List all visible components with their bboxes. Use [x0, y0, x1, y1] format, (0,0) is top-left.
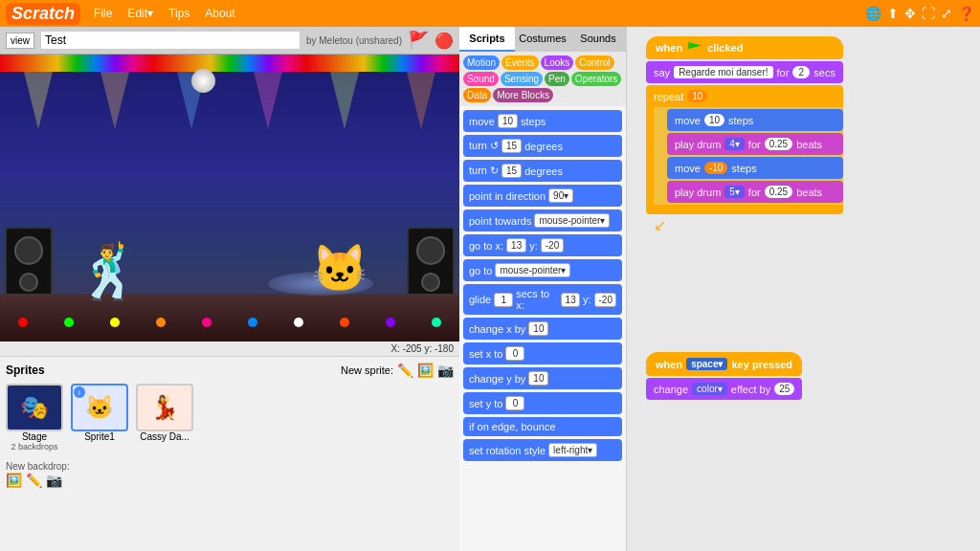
block-move-neg10[interactable]: move -10 steps: [667, 157, 843, 179]
cassy-name: Cassy Da...: [140, 431, 189, 442]
block-goto-y[interactable]: -20: [541, 238, 564, 253]
block-set-y-input[interactable]: 0: [505, 396, 524, 410]
cat-sensing-btn[interactable]: Sensing: [501, 72, 543, 86]
script-2: when space▾ key pressed change color▾ ef…: [646, 352, 802, 400]
cat-more-btn[interactable]: More Blocks: [493, 88, 553, 102]
cat-motion-btn[interactable]: Motion: [463, 55, 500, 70]
block-play-drum-5[interactable]: play drum 5▾ for 0.25 beats: [667, 181, 843, 203]
fullscreen-icon[interactable]: ⛶: [922, 6, 935, 21]
block-goto-x[interactable]: 13: [506, 238, 526, 253]
nav-about[interactable]: About: [199, 5, 240, 22]
nav-tips[interactable]: Tips: [163, 5, 195, 22]
block-set-y[interactable]: set y to 0: [463, 392, 622, 414]
block-change-x-input[interactable]: 10: [528, 321, 548, 336]
block-change-x[interactable]: change x by 10: [463, 318, 622, 340]
block-say[interactable]: say Regarde moi danser! for 2 secs: [646, 61, 843, 83]
sprite1-thumbnail[interactable]: i 🐱: [71, 384, 128, 431]
dancer-sprite: 🕺: [77, 241, 143, 303]
block-move-input[interactable]: 10: [498, 114, 518, 128]
block-categories: Motion Events Looks Control Sound Sensin…: [459, 52, 626, 106]
color-effect-dropdown[interactable]: color▾: [692, 383, 727, 395]
block-change-color[interactable]: change color▾ effect by 25: [646, 378, 802, 400]
resize-icon[interactable]: ⤢: [941, 6, 952, 21]
block-glide-secs[interactable]: 1: [494, 293, 513, 307]
block-turn-right-input[interactable]: 15: [501, 164, 522, 178]
stage-header: view by Meletou (unshared) 🚩 🔴: [0, 27, 459, 55]
cat-looks-btn[interactable]: Looks: [541, 55, 574, 70]
help-icon[interactable]: ❓: [958, 6, 974, 21]
project-name-input[interactable]: [40, 31, 301, 50]
scripts-area: when clicked say Regarde moi danser! for…: [627, 27, 980, 551]
repeat-hat[interactable]: repeat 10: [646, 85, 843, 107]
block-go-to-xy[interactable]: go to x: 13 y: -20: [463, 234, 622, 256]
stage-canvas: 🕺 🐱: [0, 55, 459, 342]
tab-costumes[interactable]: Costumes: [515, 27, 570, 52]
block-turn-right[interactable]: turn ↻ 15 degrees: [463, 160, 622, 182]
block-point-towards[interactable]: point towards mouse-pointer▾: [463, 209, 622, 231]
cat-control-btn[interactable]: Control: [575, 55, 613, 70]
cat-sound-btn[interactable]: Sound: [463, 72, 499, 86]
repeat-count[interactable]: 10: [687, 90, 707, 102]
hat-when-flag-clicked[interactable]: when clicked: [646, 36, 843, 59]
sprite1-info-badge: i: [74, 386, 85, 398]
block-edge-bounce[interactable]: if on edge, bounce: [463, 417, 622, 436]
upload-sprite-icon[interactable]: 🖼️: [417, 363, 434, 378]
cat-data-btn[interactable]: Data: [463, 88, 491, 102]
block-glide-y[interactable]: -20: [594, 293, 616, 307]
nav-file[interactable]: File: [88, 5, 118, 22]
block-go-to-dropdown[interactable]: mouse-pointer▾: [495, 263, 570, 277]
block-set-x[interactable]: set x to 0: [463, 342, 622, 364]
block-set-x-input[interactable]: 0: [505, 346, 524, 361]
cat-events-btn[interactable]: Events: [501, 55, 539, 70]
green-flag-button[interactable]: 🚩: [408, 30, 429, 51]
move-10-input[interactable]: 10: [704, 114, 724, 126]
camera-backdrop-icon[interactable]: 📷: [46, 473, 62, 488]
cassy-thumbnail[interactable]: 💃: [136, 384, 193, 431]
block-towards-dropdown[interactable]: mouse-pointer▾: [534, 213, 610, 228]
cat-operators-btn[interactable]: Operators: [571, 72, 621, 86]
say-secs[interactable]: 2: [792, 66, 810, 78]
repeat-block[interactable]: repeat 10 move 10 steps play drum 4▾ for…: [646, 85, 843, 214]
block-move-steps[interactable]: move 10 steps: [463, 110, 622, 132]
scripts-panel[interactable]: when clicked say Regarde moi danser! for…: [627, 27, 980, 551]
say-string[interactable]: Regarde moi danser!: [674, 66, 772, 78]
block-turn-left[interactable]: turn ↺ 15 degrees: [463, 135, 622, 157]
upload-icon[interactable]: ⬆: [887, 6, 899, 21]
move-icon[interactable]: ✥: [904, 6, 916, 21]
block-glide-x[interactable]: 13: [561, 293, 580, 307]
top-banner: [0, 55, 459, 72]
color-effect-value[interactable]: 25: [774, 383, 794, 395]
drum-5-beats[interactable]: 0.25: [765, 186, 792, 198]
block-rotation-style[interactable]: set rotation style left-right▾: [463, 439, 622, 461]
cat-pen-btn[interactable]: Pen: [545, 72, 569, 86]
block-point-direction[interactable]: point in direction 90▾: [463, 185, 622, 207]
block-go-to[interactable]: go to mouse-pointer▾: [463, 259, 622, 281]
block-move-10[interactable]: move 10 steps: [667, 109, 843, 131]
stop-button[interactable]: 🔴: [434, 32, 454, 50]
block-change-y[interactable]: change y by 10: [463, 367, 622, 389]
tab-scripts[interactable]: Scripts: [459, 27, 515, 52]
block-direction-dropdown[interactable]: 90▾: [548, 188, 573, 203]
paint-backdrop-icon[interactable]: 🖼️: [6, 473, 22, 488]
space-key-dropdown[interactable]: space▾: [686, 358, 727, 370]
stage-thumbnail[interactable]: 🎭: [6, 384, 63, 431]
move-neg10-input[interactable]: -10: [704, 162, 727, 174]
view-button[interactable]: view: [6, 33, 34, 49]
edit-backdrop-icon[interactable]: ✏️: [26, 473, 42, 488]
cassy-item: 💃 Cassy Da...: [136, 384, 193, 452]
nav-edit[interactable]: Edit▾: [122, 5, 159, 22]
block-change-y-input[interactable]: 10: [528, 371, 548, 386]
block-rotation-dropdown[interactable]: left-right▾: [548, 443, 597, 457]
paint-sprite-icon[interactable]: ✏️: [397, 363, 413, 378]
tab-sounds[interactable]: Sounds: [570, 27, 626, 52]
drum-4-beats[interactable]: 0.25: [765, 138, 792, 150]
block-glide[interactable]: glide 1 secs to x: 13 y: -20: [463, 284, 622, 315]
camera-sprite-icon[interactable]: 📷: [437, 363, 454, 378]
globe-icon[interactable]: 🌐: [865, 6, 881, 21]
hat-when-space-pressed[interactable]: when space▾ key pressed: [646, 352, 802, 376]
drum-4-dropdown[interactable]: 4▾: [724, 138, 745, 150]
block-turn-left-input[interactable]: 15: [501, 139, 522, 153]
block-play-drum-4[interactable]: play drum 4▾ for 0.25 beats: [667, 133, 843, 155]
drum-5-dropdown[interactable]: 5▾: [724, 186, 745, 198]
project-author: by Meletou (unshared): [306, 35, 402, 46]
